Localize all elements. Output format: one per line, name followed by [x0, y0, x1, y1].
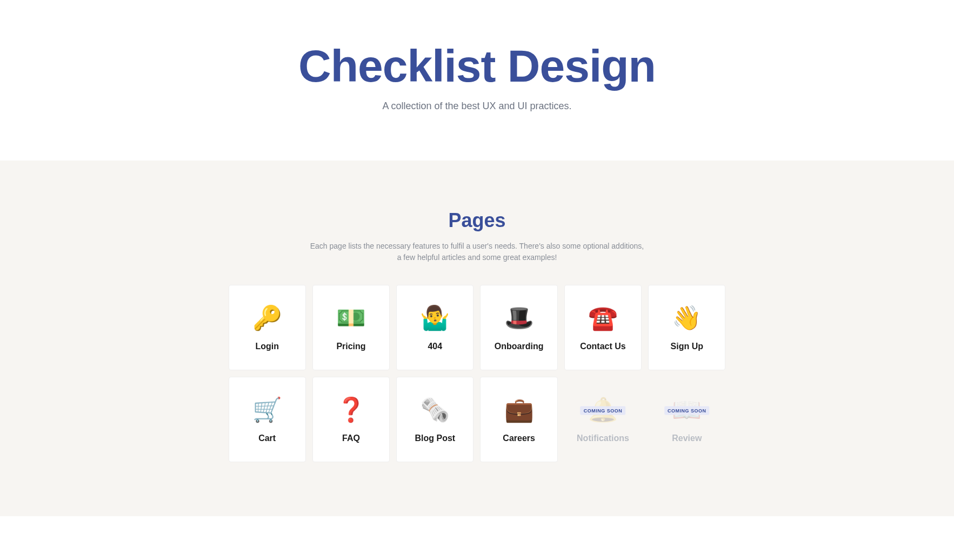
card-icon: 💼: [504, 398, 534, 422]
card-label: Careers: [503, 434, 535, 443]
page-subtitle: A collection of the best UX and UI pract…: [11, 101, 943, 112]
card-label: Contact Us: [580, 342, 625, 351]
coming-soon-icon: 📖COMING SOON: [672, 398, 702, 422]
page-title: Checklist Design: [11, 43, 943, 89]
card-label: Cart: [258, 434, 276, 443]
card-label: Sign Up: [671, 342, 703, 351]
card-label: Pricing: [336, 342, 365, 351]
page-card-careers[interactable]: 💼Careers: [480, 377, 557, 462]
page-card-review: 📖COMING SOONReview: [648, 377, 725, 462]
hero-section: Checklist Design A collection of the bes…: [0, 0, 954, 161]
page-card-onboarding[interactable]: 🎩Onboarding: [480, 285, 557, 370]
card-label: Blog Post: [415, 434, 455, 443]
coming-soon-badge: COMING SOON: [581, 406, 626, 415]
coming-soon-icon: 🔔COMING SOON: [588, 398, 618, 422]
section-subheading: Each page lists the necessary features t…: [310, 241, 645, 263]
card-label: Onboarding: [495, 342, 544, 351]
page-card-404[interactable]: 🤷‍♂️404: [396, 285, 473, 370]
card-icon: 💵: [336, 306, 366, 330]
coming-soon-badge: COMING SOON: [664, 406, 710, 415]
page-card-sign-up[interactable]: 👋Sign Up: [648, 285, 725, 370]
card-icon: 👋: [672, 306, 702, 330]
card-label: 404: [428, 342, 442, 351]
page-card-notifications: 🔔COMING SOONNotifications: [564, 377, 642, 462]
card-icon: 🎩: [504, 306, 534, 330]
page-card-blog-post[interactable]: 🗞️Blog Post: [396, 377, 473, 462]
pages-grid: 🔑Login💵Pricing🤷‍♂️404🎩Onboarding☎️Contac…: [229, 285, 726, 462]
card-icon: ☎️: [588, 306, 618, 330]
card-label: Review: [672, 434, 702, 443]
page-card-faq[interactable]: ❓FAQ: [312, 377, 390, 462]
pages-section: Pages Each page lists the necessary feat…: [0, 161, 954, 516]
card-icon: 🛒: [252, 398, 282, 422]
page-card-pricing[interactable]: 💵Pricing: [312, 285, 390, 370]
card-label: FAQ: [342, 434, 360, 443]
card-icon: ❓: [336, 398, 366, 422]
card-icon: 🗞️: [420, 398, 450, 422]
page-card-login[interactable]: 🔑Login: [229, 285, 306, 370]
card-icon: 🤷‍♂️: [420, 306, 450, 330]
page-card-contact-us[interactable]: ☎️Contact Us: [564, 285, 642, 370]
card-icon: 🔑: [252, 306, 282, 330]
section-heading: Pages: [11, 209, 943, 232]
card-label: Login: [255, 342, 279, 351]
card-label: Notifications: [577, 434, 629, 443]
page-card-cart[interactable]: 🛒Cart: [229, 377, 306, 462]
